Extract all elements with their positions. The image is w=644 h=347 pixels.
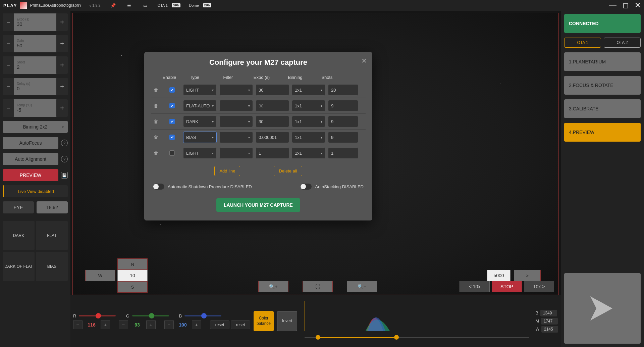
shots-input[interactable]: 20 <box>328 84 358 96</box>
expo-input[interactable]: 0.000001 <box>256 132 289 143</box>
r-plus[interactable]: + <box>101 320 110 329</box>
binning-select[interactable]: 1x1▾ <box>292 100 325 111</box>
type-select[interactable]: BIAS▾ <box>183 132 217 143</box>
minimize-icon[interactable]: — <box>609 1 616 10</box>
flat-button[interactable]: FLAT <box>36 221 68 250</box>
delay-plus[interactable]: + <box>56 78 68 95</box>
enable-checkbox[interactable]: ✔ <box>169 135 175 140</box>
shots-plus[interactable]: + <box>56 56 68 74</box>
g-plus[interactable]: + <box>146 320 156 329</box>
card-icon[interactable]: ▭ <box>142 2 149 9</box>
shots-input[interactable]: 9 <box>328 132 358 143</box>
help-icon[interactable]: ? <box>61 140 68 146</box>
delete-all-button[interactable]: Delete all <box>274 166 302 176</box>
binning-select[interactable]: Binning 2x2▾ <box>3 121 68 133</box>
invert-button[interactable]: Invert <box>277 311 297 331</box>
delay-value[interactable]: 0 <box>17 86 54 91</box>
autostack-toggle[interactable] <box>300 184 312 190</box>
shots-input[interactable]: 9 <box>328 116 358 127</box>
help-icon[interactable]: ? <box>61 156 68 162</box>
bias-button[interactable]: BIAS <box>36 252 68 281</box>
liveview-toggle[interactable]: Live View disabled <box>3 185 68 197</box>
enable-checkbox[interactable]: ✔ <box>169 87 175 93</box>
step-calibrate[interactable]: 3.CALIBRATE <box>564 99 641 118</box>
b-minus[interactable]: − <box>164 320 174 329</box>
speed-value[interactable]: 5000 <box>487 270 511 281</box>
filter-select[interactable]: ▾ <box>219 100 253 111</box>
modal-close-icon[interactable]: ✕ <box>361 57 367 65</box>
nav-n[interactable]: N <box>117 258 148 270</box>
filter-select[interactable]: ▾ <box>219 147 253 159</box>
type-select[interactable]: DARK▾ <box>183 116 217 127</box>
launch-capture-button[interactable]: LAUNCH YOUR M27 CAPTURE <box>216 198 300 212</box>
maximize-icon[interactable]: ◻ <box>623 1 629 10</box>
eye-value[interactable]: 18.92 <box>37 201 68 213</box>
trash-icon[interactable]: 🗑 <box>154 150 158 156</box>
preview-button[interactable]: PREVIEW <box>3 169 58 181</box>
step-focus[interactable]: 2.FOCUS & ROTATE <box>564 76 641 95</box>
type-select[interactable]: LIGHT▾ <box>183 147 217 159</box>
temp-plus[interactable]: + <box>56 99 68 117</box>
enable-checkbox[interactable] <box>169 150 175 156</box>
nav-step-value[interactable]: 10 <box>117 270 148 281</box>
settings-icon[interactable]: ☰ <box>125 2 133 9</box>
trash-icon[interactable]: 🗑 <box>154 103 158 108</box>
type-select[interactable]: FLAT-AUTO▾ <box>183 100 217 111</box>
expo-minus[interactable]: − <box>3 13 14 31</box>
binning-select[interactable]: 1x1▾ <box>292 147 325 159</box>
autoalign-button[interactable]: Auto Alignment <box>3 153 58 165</box>
dark-button[interactable]: DARK <box>3 221 35 250</box>
trash-icon[interactable]: 🗑 <box>154 135 158 140</box>
reset-all-button[interactable]: reset <box>231 320 250 329</box>
enable-checkbox[interactable]: ✔ <box>169 119 175 124</box>
filter-select[interactable]: ▾ <box>219 132 253 143</box>
autofocus-button[interactable]: AutoFocus <box>3 137 58 149</box>
gain-value[interactable]: 50 <box>17 43 54 48</box>
darkofflat-button[interactable]: DARK OF FLAT <box>3 252 35 281</box>
tab-ota1[interactable]: OTA 1 <box>564 38 601 48</box>
add-line-button[interactable]: Add line <box>214 166 240 176</box>
expo-input[interactable]: 30 <box>256 116 289 127</box>
expo-input[interactable]: 30 <box>256 84 289 96</box>
enable-checkbox[interactable]: ✔ <box>169 103 175 108</box>
save-icon[interactable]: 💾 <box>61 172 68 179</box>
r-slider[interactable] <box>79 315 116 316</box>
binning-select[interactable]: 1x1▾ <box>292 84 325 96</box>
trash-icon[interactable]: 🗑 <box>154 119 158 124</box>
nav-w[interactable]: W <box>85 270 115 281</box>
shots-minus[interactable]: − <box>3 56 14 74</box>
shots-value[interactable]: 2 <box>17 64 54 70</box>
type-select[interactable]: LIGHT▾ <box>183 84 217 96</box>
nav-s[interactable]: S <box>117 281 148 293</box>
r-minus[interactable]: − <box>73 320 83 329</box>
tab-ota2[interactable]: OTA 2 <box>604 38 641 48</box>
b-plus[interactable]: + <box>192 320 201 329</box>
pin-icon[interactable]: 📌 <box>109 2 117 9</box>
trash-icon[interactable]: 🗑 <box>154 87 158 93</box>
close-window-icon[interactable]: ✕ <box>635 1 641 10</box>
zoom-out-icon[interactable]: 🔍− <box>347 281 377 292</box>
step-planetarium[interactable]: 1.PLANETARIUM <box>564 52 641 71</box>
color-balance-button[interactable]: Color balance <box>254 311 274 331</box>
zoom-in-icon[interactable]: 🔍+ <box>258 281 288 292</box>
binning-select[interactable]: 1x1▾ <box>292 116 325 127</box>
delay-minus[interactable]: − <box>3 78 14 95</box>
stop-button[interactable]: STOP <box>492 281 522 292</box>
b-slider[interactable] <box>184 315 221 316</box>
temp-value[interactable]: -5 <box>17 107 54 113</box>
auto-shutdown-toggle[interactable] <box>153 184 164 190</box>
step-preview[interactable]: 4.PREVIEW <box>564 123 641 142</box>
expo-plus[interactable]: + <box>56 13 68 31</box>
binning-select[interactable]: 1x1▾ <box>292 132 325 143</box>
histogram-range[interactable] <box>305 334 529 341</box>
filter-select[interactable]: ▾ <box>219 84 253 96</box>
gain-minus[interactable]: − <box>3 35 14 52</box>
expo-input[interactable]: 1 <box>256 147 289 159</box>
shots-input[interactable]: 9 <box>328 100 358 111</box>
connection-status[interactable]: CONNECTED <box>564 14 641 33</box>
g-slider[interactable] <box>132 315 169 316</box>
gain-plus[interactable]: + <box>56 35 68 52</box>
shots-input[interactable]: 1 <box>328 147 358 159</box>
speed-inc[interactable]: 10x > <box>524 281 554 292</box>
nav-e[interactable]: > <box>514 270 541 281</box>
